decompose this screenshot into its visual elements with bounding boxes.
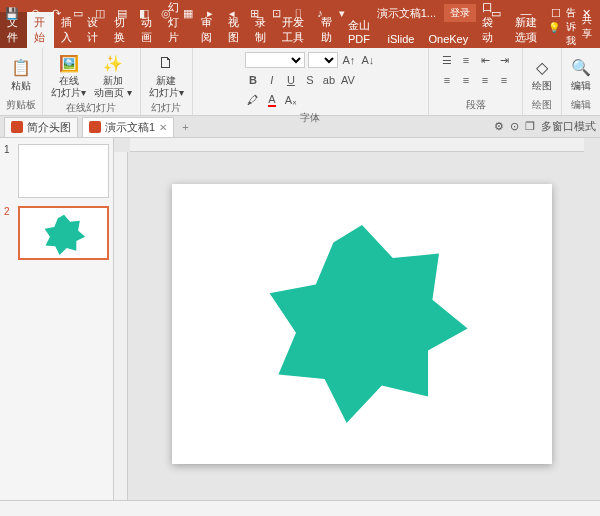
clear-format-icon[interactable]: Aₓ — [283, 92, 299, 108]
strike-icon[interactable]: S — [302, 72, 318, 88]
slide[interactable] — [172, 184, 552, 464]
tell-me-icon[interactable]: 💡 — [548, 22, 560, 33]
tell-me-label[interactable]: 告诉我 — [566, 6, 576, 48]
svg-marker-1 — [270, 225, 468, 423]
thumb-number: 2 — [4, 206, 14, 260]
slides-caption: 幻灯片 — [151, 100, 181, 116]
thumb-number: 1 — [4, 144, 14, 198]
doc-tab-2-label: 演示文稿1 — [105, 120, 155, 135]
pin-icon[interactable]: ⊙ — [510, 120, 519, 133]
new-slide-icon: 🗋 — [155, 52, 177, 74]
ribbon-tabs: 文件 开始 插入 设计 切换 动画 幻灯片 审阅 视图 录制 开发工具 帮助 金… — [0, 26, 600, 48]
editing-button[interactable]: 🔍 编辑 — [568, 55, 594, 93]
qat-tool-6[interactable]: ▦ — [180, 5, 196, 21]
paste-icon: 📋 — [10, 57, 32, 79]
doc-tab-1-label: 简介头图 — [27, 120, 71, 135]
bold-icon[interactable]: B — [245, 72, 261, 88]
paragraph-caption: 段落 — [466, 97, 486, 113]
horizontal-ruler[interactable] — [130, 138, 584, 152]
new-tab-button[interactable]: + — [178, 121, 192, 133]
group-font: A↑ A↓ B I U S ab AV 🖍 A Aₓ 字体 — [193, 48, 429, 115]
font-color-icon[interactable]: A — [264, 92, 280, 108]
tab-koudai[interactable]: 口袋动 — [475, 0, 508, 48]
login-button[interactable]: 登录 — [444, 4, 476, 22]
workspace: 1 2 — [0, 138, 600, 500]
star-shape-thumb-icon — [42, 212, 86, 256]
qat-tool-1[interactable]: ▭ — [70, 5, 86, 21]
group-paragraph: ☰ ≡ ⇤ ⇥ ≡ ≡ ≡ ≡ 段落 — [429, 48, 523, 115]
vertical-ruler[interactable] — [114, 152, 128, 500]
thumb-slide-2 — [18, 206, 109, 260]
gear-icon[interactable]: ⚙ — [494, 120, 504, 133]
redo-icon[interactable]: ↷ — [48, 5, 64, 21]
thumbnail-1[interactable]: 1 — [4, 144, 109, 198]
grow-font-icon[interactable]: A↑ — [341, 52, 357, 68]
align-right-icon[interactable]: ≡ — [477, 72, 493, 88]
online-slide-button[interactable]: 🖼️ 在线 幻灯片▾ — [49, 50, 88, 100]
shrink-font-icon[interactable]: A↓ — [360, 52, 376, 68]
save-icon[interactable]: 💾 — [4, 5, 20, 21]
tab-newshape[interactable]: 新建选项 — [508, 12, 548, 48]
find-icon: 🔍 — [570, 57, 592, 79]
clipboard-caption: 剪贴板 — [6, 97, 36, 113]
thumbnail-2[interactable]: 2 — [4, 206, 109, 260]
font-family-select[interactable] — [245, 52, 305, 68]
indent-dec-icon[interactable]: ⇤ — [477, 52, 493, 68]
qat-tool-12[interactable]: ♪ — [312, 5, 328, 21]
group-editing: 🔍 编辑 编辑 — [562, 48, 600, 115]
highlight-icon[interactable]: 🖍 — [245, 92, 261, 108]
qat-more-icon[interactable]: ▾ — [334, 5, 350, 21]
qat-tool-8[interactable]: ◂ — [224, 5, 240, 21]
paste-button[interactable]: 📋 粘贴 — [8, 55, 34, 93]
indent-inc-icon[interactable]: ⇥ — [496, 52, 512, 68]
thumb-slide-1 — [18, 144, 109, 198]
group-clipboard: 📋 粘贴 剪贴板 — [0, 48, 43, 115]
new-slide-button[interactable]: 🗋 新建 幻灯片▾ — [147, 50, 186, 100]
powerpoint-icon — [89, 121, 101, 133]
online-slide-icon: 🖼️ — [58, 52, 80, 74]
doc-tab-2[interactable]: 演示文稿1 ✕ — [82, 117, 174, 137]
share-button[interactable]: 共享 — [582, 13, 592, 41]
qat-tool-10[interactable]: ⊡ — [268, 5, 284, 21]
undo-icon[interactable]: ↶ — [26, 5, 42, 21]
qat-tool-5[interactable]: ◎ — [158, 5, 174, 21]
font-size-select[interactable] — [308, 52, 338, 68]
group-slides: 🗋 新建 幻灯片▾ 幻灯片 — [141, 48, 193, 115]
underline-icon[interactable]: U — [283, 72, 299, 88]
bullets-icon[interactable]: ☰ — [439, 52, 455, 68]
spacing-icon[interactable]: AV — [340, 72, 356, 88]
shadow-icon[interactable]: ab — [321, 72, 337, 88]
close-tab-icon[interactable]: ✕ — [159, 122, 167, 133]
multi-window-icon[interactable]: ❐ — [525, 120, 535, 133]
doc-tab-1[interactable]: 简介头图 — [4, 117, 78, 137]
qat-tool-9[interactable]: ⊞ — [246, 5, 262, 21]
drawing-caption: 绘图 — [532, 97, 552, 113]
align-left-icon[interactable]: ≡ — [439, 72, 455, 88]
editing-caption: 编辑 — [571, 97, 591, 113]
justify-icon[interactable]: ≡ — [496, 72, 512, 88]
ribbon: 📋 粘贴 剪贴板 🖼️ 在线 幻灯片▾ ✨ 新加 动画页 ▾ 在线幻灯片 🗋 新… — [0, 48, 600, 116]
group-drawing: ◇ 绘图 绘图 — [523, 48, 562, 115]
powerpoint-icon — [11, 121, 23, 133]
qat-tool-11[interactable]: ⌷ — [290, 5, 306, 21]
svg-marker-0 — [44, 215, 84, 255]
new-animation-button[interactable]: ✨ 新加 动画页 ▾ — [92, 50, 134, 100]
group-online-slides: 🖼️ 在线 幻灯片▾ ✨ 新加 动画页 ▾ 在线幻灯片 — [43, 48, 141, 115]
tab-onekey[interactable]: OneKey — [421, 30, 475, 48]
multi-window-label[interactable]: 多窗口模式 — [541, 119, 596, 134]
align-center-icon[interactable]: ≡ — [458, 72, 474, 88]
qat-tool-2[interactable]: ◫ — [92, 5, 108, 21]
qat-tool-3[interactable]: ▤ — [114, 5, 130, 21]
qat-tool-7[interactable]: ▸ — [202, 5, 218, 21]
status-bar — [0, 500, 600, 516]
tab-islide[interactable]: iSlide — [381, 30, 422, 48]
drawing-button[interactable]: ◇ 绘图 — [529, 55, 555, 93]
numbering-icon[interactable]: ≡ — [458, 52, 474, 68]
font-caption: 字体 — [300, 110, 320, 126]
new-animation-icon: ✨ — [102, 52, 124, 74]
slide-canvas-area — [114, 138, 600, 500]
italic-icon[interactable]: I — [264, 72, 280, 88]
qat-tool-4[interactable]: ◧ — [136, 5, 152, 21]
star-shape[interactable] — [252, 214, 472, 434]
online-slides-caption: 在线幻灯片 — [66, 100, 116, 116]
